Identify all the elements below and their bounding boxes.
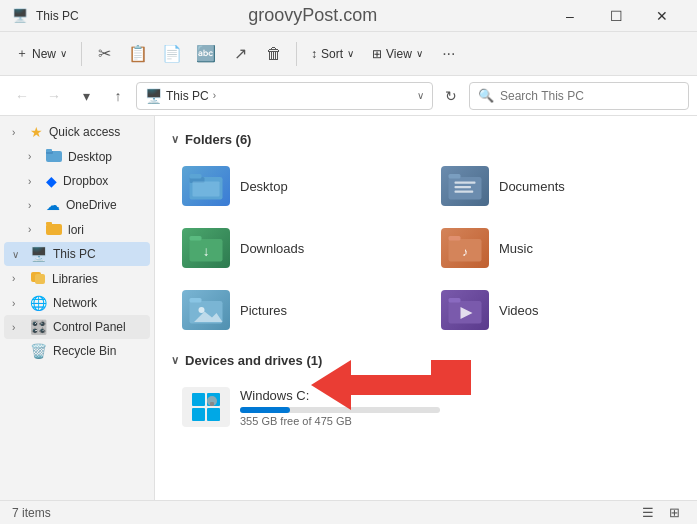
folder-item-videos[interactable]: Videos [430,283,681,337]
toolbar: ＋ New ∨ ✂ 📋 📄 🔤 ↗ 🗑 ↕ Sort ∨ ⊞ View ∨ ··… [0,32,697,76]
path-dropdown-icon: ∨ [417,90,424,101]
drive-bar-fill [240,407,290,413]
rename-button[interactable]: 🔤 [190,38,222,70]
dropbox-icon: ◆ [46,173,57,189]
search-box[interactable]: 🔍 [469,82,689,110]
sidebar-item-desktop[interactable]: › Desktop [4,144,150,169]
drive-item-windows[interactable]: Windows C: 355 GB free of 475 GB [171,380,681,434]
documents-thumb [441,166,489,206]
drive-name: Windows C: [240,388,670,403]
copy-button[interactable]: 📋 [122,38,154,70]
grid-view-button[interactable]: ⊞ [663,502,685,524]
maximize-button[interactable]: ☐ [593,0,639,32]
lori-folder-icon [46,221,62,238]
quick-access-expand-icon: › [12,127,24,138]
svg-rect-6 [35,274,45,284]
desktop-expand-icon: › [28,151,40,162]
window-title: This PC [36,9,79,23]
onedrive-icon: ☁ [46,197,60,213]
list-view-button[interactable]: ☰ [637,502,659,524]
view-button[interactable]: ⊞ View ∨ [364,38,431,70]
close-button[interactable]: ✕ [639,0,685,32]
delete-button[interactable]: 🗑 [258,38,290,70]
sidebar-item-control-panel[interactable]: › 🎛️ Control Panel [4,315,150,339]
libraries-icon [30,270,46,287]
folder-name: Desktop [240,179,288,194]
refresh-button[interactable]: ↻ [437,82,465,110]
svg-rect-14 [455,186,472,188]
sidebar-item-label: Recycle Bin [53,344,116,358]
devices-chevron-icon: ∨ [171,354,179,367]
up-button[interactable]: ↑ [104,82,132,110]
new-button[interactable]: ＋ New ∨ [8,38,75,70]
minimize-button[interactable]: – [547,0,593,32]
folder-item-music[interactable]: ♪ Music [430,221,681,275]
svg-rect-9 [190,174,202,179]
folder-name: Pictures [240,303,287,318]
address-path[interactable]: 🖥️ This PC › ∨ [136,82,433,110]
more-button[interactable]: ··· [433,38,465,70]
sidebar-item-dropbox[interactable]: › ◆ Dropbox [4,169,150,193]
music-thumb: ♪ [441,228,489,268]
svg-rect-31 [192,408,205,421]
svg-rect-27 [449,298,461,303]
drives-container: Windows C: 355 GB free of 475 GB [171,380,681,434]
folders-section-header[interactable]: ∨ Folders (6) [171,132,681,147]
svg-rect-10 [193,182,220,197]
paste-button[interactable]: 📄 [156,38,188,70]
path-text: This PC [166,89,209,103]
sidebar-item-this-pc[interactable]: ∨ 🖥️ This PC [4,242,150,266]
svg-text:↓: ↓ [203,244,210,259]
cut-button[interactable]: ✂ [88,38,120,70]
svg-rect-20 [449,236,461,241]
search-icon: 🔍 [478,88,494,103]
forward-button[interactable]: → [40,82,68,110]
svg-text:♪: ♪ [462,245,468,259]
devices-section-header[interactable]: ∨ Devices and drives (1) [171,353,681,368]
quick-access-star-icon: ★ [30,124,43,140]
folder-name: Music [499,241,533,256]
sidebar-item-onedrive[interactable]: › ☁ OneDrive [4,193,150,217]
onedrive-expand-icon: › [28,200,40,211]
drive-size: 355 GB free of 475 GB [240,415,670,427]
folder-name: Documents [499,179,565,194]
view-chevron-icon: ∨ [416,48,423,59]
sort-icon: ↕ [311,47,317,61]
toolbar-separator-2 [296,42,297,66]
folder-name: Videos [499,303,539,318]
status-item-count: 7 items [12,506,51,520]
folder-item-desktop[interactable]: Desktop [171,159,422,213]
network-expand-icon: › [12,298,24,309]
view-icon: ⊞ [372,47,382,61]
folder-item-downloads[interactable]: ↓ Downloads [171,221,422,275]
recent-button[interactable]: ▾ [72,82,100,110]
svg-rect-4 [46,222,52,225]
search-input[interactable] [500,89,680,103]
sidebar-item-lori[interactable]: › lori [4,217,150,242]
sidebar-item-network[interactable]: › 🌐 Network [4,291,150,315]
sort-button[interactable]: ↕ Sort ∨ [303,38,362,70]
svg-rect-15 [455,191,474,193]
sidebar-item-label: Desktop [68,150,112,164]
sort-chevron-icon: ∨ [347,48,354,59]
toolbar-separator-1 [81,42,82,66]
folder-item-documents[interactable]: Documents [430,159,681,213]
sidebar-item-label: Control Panel [53,320,126,334]
libraries-expand-icon: › [12,273,24,284]
folder-item-pictures[interactable]: Pictures [171,283,422,337]
drive-thumb-windows [182,387,230,427]
downloads-thumb: ↓ [182,228,230,268]
sidebar-item-recycle-bin[interactable]: 🗑️ Recycle Bin [4,339,150,363]
this-pc-expand-icon: ∨ [12,249,24,260]
svg-rect-23 [190,298,202,303]
sidebar-item-libraries[interactable]: › Libraries [4,266,150,291]
share-button[interactable]: ↗ [224,38,256,70]
new-icon: ＋ [16,45,28,62]
path-chevron-icon: › [213,90,216,101]
desktop-folder-icon [46,148,62,165]
sidebar-item-label: OneDrive [66,198,117,212]
back-button[interactable]: ← [8,82,36,110]
sidebar-item-quick-access[interactable]: › ★ Quick access [4,120,150,144]
svg-rect-32 [207,408,220,421]
svg-rect-17 [190,236,202,241]
